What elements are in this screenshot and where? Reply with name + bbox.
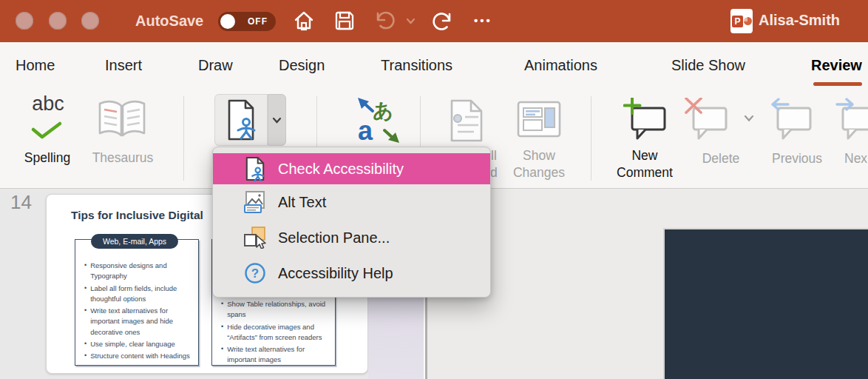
check-accessibility-icon	[243, 156, 268, 181]
undo-icon	[373, 10, 396, 31]
next-comment-icon	[834, 98, 868, 142]
previous-label: Previous	[763, 151, 831, 167]
menu-item-label: Selection Pane...	[278, 229, 390, 246]
document-title: Alisa-Smith	[759, 12, 840, 29]
new-comment-label-line1: New	[614, 148, 676, 164]
slide-pill-badge: Web, E-mail, Apps	[91, 234, 178, 249]
accessibility-dropdown-menu: Check Accessibility Alt Text	[212, 147, 491, 298]
tab-draw[interactable]: Draw	[198, 42, 233, 88]
spelling-check-icon	[30, 121, 64, 140]
menu-item-alt-text[interactable]: Alt Text	[213, 184, 490, 220]
help-icon: ?	[243, 262, 268, 284]
previous-comment-icon	[769, 98, 813, 142]
slide-canvas	[427, 189, 868, 379]
accessibility-dropdown-arrow[interactable]	[268, 94, 286, 146]
tab-transitions[interactable]: Transitions	[381, 42, 452, 88]
menu-item-check-accessibility[interactable]: Check Accessibility	[213, 153, 490, 184]
group-divider	[183, 96, 184, 181]
group-divider	[591, 96, 591, 181]
list-item: •Hide decorative images and “Artifacts” …	[221, 322, 330, 343]
minimize-window-button[interactable]	[49, 12, 67, 30]
home-icon[interactable]	[294, 10, 314, 31]
spelling-abc-icon: abc	[22, 93, 74, 115]
slide-left-text-box: •Responsive designs and Typography •Labe…	[75, 239, 199, 366]
tab-animations[interactable]: Animations	[524, 42, 597, 88]
new-comment-icon	[623, 98, 668, 142]
list-item: •Structure content with Headings	[84, 351, 194, 361]
next-label: Nex	[844, 151, 867, 167]
slide-number: 14	[10, 191, 32, 214]
show-changes-label-line1: Show	[506, 148, 572, 164]
delete-dropdown-chevron-icon[interactable]	[744, 115, 754, 122]
chevron-down-icon	[272, 117, 282, 124]
powerpoint-window: AutoSave OFF ••• P A	[0, 0, 868, 379]
undo-dropdown-chevron-icon	[406, 18, 416, 24]
list-item: •Special mention: Social Media. alt text…	[84, 363, 194, 366]
powerpoint-file-icon: P	[730, 9, 753, 33]
close-window-button[interactable]	[16, 12, 33, 30]
list-item: •Label all form fields, include thoughtf…	[84, 284, 194, 305]
menu-item-label: Accessibility Help	[278, 265, 393, 282]
delete-comment-icon	[685, 98, 729, 142]
autosave-label: AutoSave	[135, 13, 203, 30]
markup-document-icon	[449, 99, 484, 142]
more-commands-icon[interactable]: •••	[474, 14, 492, 27]
spelling-label: Spelling	[10, 150, 84, 166]
title-bar: AutoSave OFF ••• P A	[0, 0, 868, 42]
tab-review[interactable]: Review	[811, 42, 862, 88]
svg-text:あ: あ	[373, 99, 393, 122]
slide-dark-shape[interactable]	[663, 228, 868, 379]
accessibility-button-main[interactable]	[214, 94, 268, 146]
tab-insert[interactable]: Insert	[105, 42, 142, 88]
slide-left-bullet-list: •Responsive designs and Typography •Labe…	[75, 240, 198, 366]
tab-home[interactable]: Home	[16, 42, 55, 88]
autosave-toggle-knob	[220, 14, 235, 29]
svg-text:?: ?	[251, 266, 259, 281]
list-item: •Use simple, clear language	[84, 339, 194, 349]
thesaurus-book-icon	[95, 98, 149, 141]
delete-label: Delete	[688, 151, 754, 167]
accessibility-split-button[interactable]	[214, 94, 286, 146]
autosave-toggle[interactable]: OFF	[218, 12, 276, 31]
list-item: •Show Table relationships, avoid spans	[221, 299, 330, 321]
zoom-window-button[interactable]	[81, 12, 99, 30]
selection-pane-icon	[243, 227, 268, 249]
tab-slide-show[interactable]: Slide Show	[671, 42, 745, 88]
translate-icon: あ a	[355, 97, 402, 144]
thesaurus-label: Thesaurus	[81, 150, 164, 166]
tab-design[interactable]: Design	[279, 42, 325, 88]
menu-item-label: Alt Text	[278, 194, 326, 211]
active-tab-underline	[813, 82, 862, 86]
list-item: •Responsive designs and Typography	[84, 261, 194, 282]
svg-text:a: a	[358, 115, 373, 144]
redo-icon[interactable]	[432, 10, 454, 33]
markup-label-fragment-2: d	[490, 165, 498, 181]
slide-title: Tips for Inclusive Digital	[71, 209, 203, 222]
show-changes-label-line2: Changes	[506, 165, 572, 181]
menu-item-label: Check Accessibility	[278, 161, 404, 178]
markup-label-fragment-1: ll	[491, 148, 497, 164]
menu-item-accessibility-help[interactable]: ? Accessibility Help	[213, 255, 490, 291]
ribbon-tab-bar: Home Insert Draw Design Transitions Anim…	[0, 42, 868, 88]
list-item: •Write text alternatives for important i…	[221, 344, 330, 366]
new-comment-label-line2: Comment	[614, 165, 676, 181]
check-accessibility-icon	[226, 99, 257, 141]
show-changes-icon	[517, 101, 561, 138]
save-icon[interactable]	[334, 10, 355, 31]
autosave-toggle-state: OFF	[248, 16, 268, 27]
menu-item-selection-pane[interactable]: Selection Pane...	[213, 220, 490, 255]
alt-text-icon	[243, 191, 268, 213]
list-item: •Write text alternatives for important i…	[84, 306, 194, 338]
